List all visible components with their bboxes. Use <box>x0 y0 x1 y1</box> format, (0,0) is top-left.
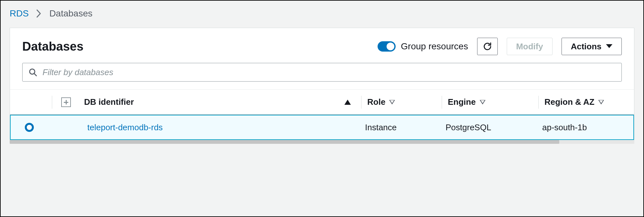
row-region-az-cell: ap-south-1b <box>539 123 636 133</box>
modify-button-label: Modify <box>516 42 543 52</box>
row-select-cell <box>11 123 53 132</box>
db-identifier-link[interactable]: teleport-demodb-rds <box>85 123 163 133</box>
sort-icon <box>480 100 485 104</box>
breadcrumb: RDS Databases <box>1 1 643 28</box>
caret-down-icon <box>606 44 612 49</box>
table-header-row: DB identifier Role Engine Region & AZ <box>10 90 634 115</box>
column-db-identifier-label: DB identifier <box>84 97 134 107</box>
modify-button: Modify <box>507 38 553 55</box>
filter-container <box>22 63 622 82</box>
column-role[interactable]: Role <box>361 96 442 109</box>
group-resources-control: Group resources <box>378 41 468 52</box>
column-region-az-label: Region & AZ <box>544 97 594 107</box>
breadcrumb-service-link[interactable]: RDS <box>10 8 29 19</box>
databases-table: DB identifier Role Engine Region & AZ <box>10 89 634 140</box>
row-engine-cell: PostgreSQL <box>442 123 539 133</box>
breadcrumb-current: Databases <box>49 8 92 19</box>
group-resources-label: Group resources <box>401 41 468 52</box>
actions-button[interactable]: Actions <box>562 38 622 55</box>
table-row[interactable]: teleport-demodb-rds Instance PostgreSQL … <box>10 115 634 140</box>
page-title: Databases <box>22 40 369 54</box>
databases-panel: Databases Group resources Modify Actions <box>10 28 634 140</box>
column-expand <box>52 96 81 109</box>
group-resources-toggle[interactable] <box>378 41 396 52</box>
sort-icon <box>598 100 604 104</box>
svg-line-1 <box>34 74 36 76</box>
expand-all-icon[interactable] <box>61 97 71 107</box>
sort-ascending-icon <box>344 100 351 105</box>
actions-button-label: Actions <box>571 42 601 52</box>
refresh-icon <box>482 41 493 52</box>
row-radio-selected[interactable] <box>25 123 34 132</box>
column-engine-label: Engine <box>448 97 476 107</box>
column-role-label: Role <box>367 97 385 107</box>
filter-region <box>10 63 634 89</box>
column-region-az[interactable]: Region & AZ <box>538 96 635 109</box>
row-db-identifier-cell: teleport-demodb-rds <box>82 123 362 133</box>
row-role-cell: Instance <box>362 123 442 133</box>
horizontal-scrollbar[interactable] <box>10 140 634 144</box>
chevron-right-icon <box>36 9 42 18</box>
search-icon <box>28 68 37 77</box>
sort-icon <box>389 100 395 104</box>
panel-header: Databases Group resources Modify Actions <box>10 28 634 63</box>
column-db-identifier[interactable]: DB identifier <box>81 97 361 107</box>
refresh-button[interactable] <box>477 38 498 55</box>
filter-input[interactable] <box>43 67 616 77</box>
column-engine[interactable]: Engine <box>442 96 538 109</box>
